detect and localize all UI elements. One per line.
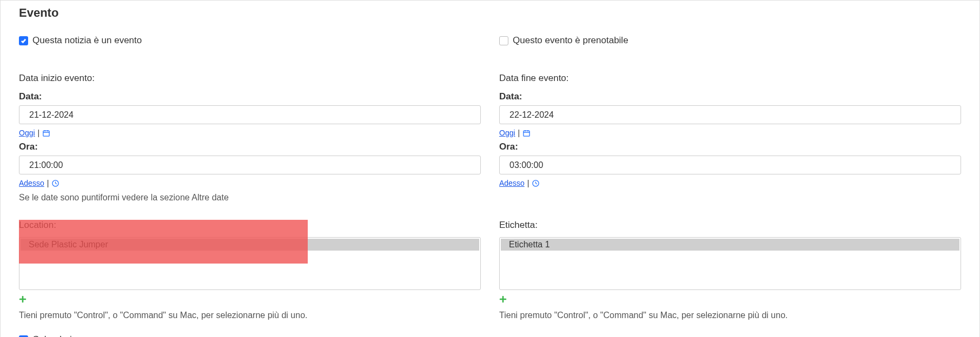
list-item[interactable]: Sede Plastic Jumper <box>21 239 479 251</box>
list-item[interactable]: Etichetta 1 <box>501 239 959 251</box>
location-label: Location: <box>19 220 481 231</box>
is-event-checkbox[interactable] <box>19 36 28 45</box>
end-time-input[interactable] <box>499 156 961 174</box>
start-time-label: Ora: <box>19 141 481 152</box>
calendar-icon[interactable] <box>42 129 50 137</box>
etichetta-listbox[interactable]: Etichetta 1 <box>499 237 961 290</box>
location-listbox[interactable]: Sede Plastic Jumper <box>19 237 481 290</box>
end-date-input[interactable] <box>499 105 961 124</box>
is-bookable-checkbox[interactable] <box>499 36 508 45</box>
section-title: Evento <box>19 6 961 20</box>
svg-rect-7 <box>524 131 529 136</box>
svg-rect-17 <box>500 299 506 300</box>
start-date-header: Data inizio evento: <box>19 73 481 84</box>
end-date-label: Data: <box>499 91 961 102</box>
calendar-icon[interactable] <box>522 129 531 137</box>
location-hint: Tieni premuto "Control", o "Command" su … <box>19 311 481 320</box>
svg-rect-0 <box>43 131 49 136</box>
clock-icon[interactable] <box>51 179 59 187</box>
calendario-checkbox[interactable] <box>19 335 28 338</box>
end-today-link[interactable]: Oggi <box>499 129 515 137</box>
clock-icon[interactable] <box>532 179 540 187</box>
svg-rect-15 <box>19 299 26 300</box>
start-time-input[interactable] <box>19 156 481 174</box>
end-time-label: Ora: <box>499 141 961 152</box>
etichetta-hint: Tieni premuto "Control", o "Command" su … <box>499 311 961 320</box>
is-bookable-label: Questo evento è prenotabile <box>513 35 628 46</box>
is-event-label: Questa notizia è un evento <box>32 35 142 46</box>
start-date-input[interactable] <box>19 105 481 124</box>
start-now-link[interactable]: Adesso <box>19 179 44 187</box>
svg-line-6 <box>56 183 57 184</box>
start-date-label: Data: <box>19 91 481 102</box>
start-today-link[interactable]: Oggi <box>19 129 35 137</box>
add-location-button[interactable] <box>19 294 27 305</box>
add-etichetta-button[interactable] <box>499 294 507 305</box>
end-now-link[interactable]: Adesso <box>499 179 525 187</box>
start-hint: Se le date sono puntiformi vedere la sez… <box>19 193 481 203</box>
svg-line-13 <box>536 183 538 184</box>
etichetta-label: Etichetta: <box>499 220 961 231</box>
calendario-label: Calendario <box>32 334 77 337</box>
end-date-header: Data fine evento: <box>499 73 961 84</box>
